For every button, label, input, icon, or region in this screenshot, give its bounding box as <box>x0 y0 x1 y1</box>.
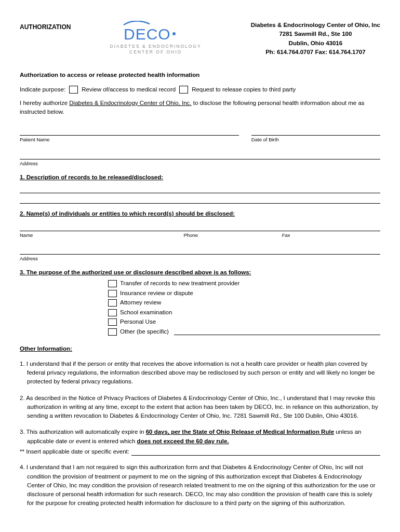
insert-date-input[interactable] <box>131 448 380 456</box>
header: AUTHORIZATION DECO DIABETES & ENDOCRINOL… <box>20 21 380 57</box>
i3-bold2: does not exceed the 60 day rule. <box>137 438 229 444</box>
insert-label: ** Insert applicable date or specific ev… <box>20 448 129 456</box>
purpose-label: Indicate purpose: <box>20 86 65 94</box>
purpose-opt2: Request to release copies to third party <box>192 86 296 94</box>
doc-type-label: AUTHORIZATION <box>20 21 71 31</box>
purpose-other: Other (be specific) <box>120 328 169 336</box>
logo-subtitle-1: DIABETES & ENDOCRINOLOGY <box>110 44 202 49</box>
purpose-insurance: Insurance review or dispute <box>120 289 193 298</box>
patient-name-input[interactable] <box>20 126 239 136</box>
name-phone-fax-labels: Name Phone Fax <box>20 232 380 239</box>
records-description-line-2[interactable] <box>20 195 380 204</box>
checkbox-personal[interactable] <box>108 318 117 326</box>
checkbox-insurance[interactable] <box>108 290 117 297</box>
i3-bold1: 60 days, per the State of Ohio Release o… <box>146 429 334 435</box>
form-title: Authorization to access or release prote… <box>20 71 380 79</box>
logo-block: DECO DIABETES & ENDOCRINOLOGY CENTER OF … <box>110 21 202 56</box>
checkbox-release-copies[interactable] <box>179 86 188 94</box>
insert-date-row: ** Insert applicable date or specific ev… <box>20 448 380 456</box>
info-item-2: 2. As described in the Notice of Privacy… <box>20 394 380 421</box>
address-input[interactable] <box>20 150 380 159</box>
org-phones: Ph: 614.764.0707 Fax: 614.764.1707 <box>251 48 380 57</box>
auth-pre: I hereby authorize <box>20 100 69 106</box>
phone-label: Phone <box>183 232 282 239</box>
org-addr2: Dublin, Ohio 43016 <box>251 39 380 48</box>
info-item-1: 1. I understand that if the person or en… <box>20 360 380 387</box>
other-info-heading: Other Information: <box>20 345 380 353</box>
dob-input[interactable] <box>251 126 380 136</box>
org-name: Diabetes & Endocrinology Center of Ohio,… <box>251 21 380 30</box>
purpose-school: School examination <box>120 309 172 317</box>
records-description-line-1[interactable] <box>20 185 380 193</box>
checkbox-review-access[interactable] <box>69 86 78 94</box>
disclosee-address-input[interactable] <box>20 245 380 255</box>
section-2-heading: 2. Name(s) of individuals or entities to… <box>20 210 380 218</box>
fax-label: Fax <box>282 232 380 239</box>
checkbox-attorney[interactable] <box>108 299 117 307</box>
dob-label: Date of Birth <box>251 137 380 143</box>
name-label: Name <box>20 232 183 239</box>
purpose-transfer: Transfer of records to new treatment pro… <box>120 280 239 288</box>
org-addr1: 7281 Sawmill Rd., Ste 100 <box>251 30 380 38</box>
checkbox-school[interactable] <box>108 309 117 316</box>
section-1-heading: 1. Description of records to be released… <box>20 174 380 182</box>
checkbox-other[interactable] <box>108 328 117 336</box>
checkbox-transfer[interactable] <box>108 280 117 287</box>
authorization-statement: I hereby authorize Diabetes & Endocrinol… <box>20 99 380 117</box>
svg-text:DECO: DECO <box>124 25 171 43</box>
purpose-personal: Personal Use <box>120 318 156 326</box>
section-3-heading: 3. The purpose of the authorized use or … <box>20 269 380 277</box>
disclosee-line[interactable] <box>20 221 380 231</box>
address-label: Address <box>20 161 380 167</box>
purpose-opt1: Review of/access to medical record <box>82 86 176 94</box>
patient-dob-row: Patient Name Date of Birth <box>20 126 380 150</box>
logo-subtitle-2: CENTER OF OHIO <box>110 49 202 55</box>
i3-pre: 3. This authorization will automatically… <box>20 429 146 435</box>
patient-name-label: Patient Name <box>20 137 239 143</box>
purpose-list: Transfer of records to new treatment pro… <box>108 280 380 336</box>
disclosee-address-label: Address <box>20 256 380 262</box>
auth-org: Diabetes & Endocrinology Center of Ohio,… <box>69 100 191 106</box>
deco-logo-icon: DECO <box>119 21 192 43</box>
org-contact-block: Diabetes & Endocrinology Center of Ohio,… <box>251 21 380 57</box>
purpose-row: Indicate purpose: Review of/access to me… <box>20 86 380 94</box>
info-item-4: 4. I understand that I am not required t… <box>20 463 380 508</box>
other-specify-input[interactable] <box>174 329 380 335</box>
purpose-attorney: Attorney review <box>120 299 161 307</box>
info-item-3: 3. This authorization will automatically… <box>20 428 380 446</box>
svg-point-1 <box>172 32 176 35</box>
